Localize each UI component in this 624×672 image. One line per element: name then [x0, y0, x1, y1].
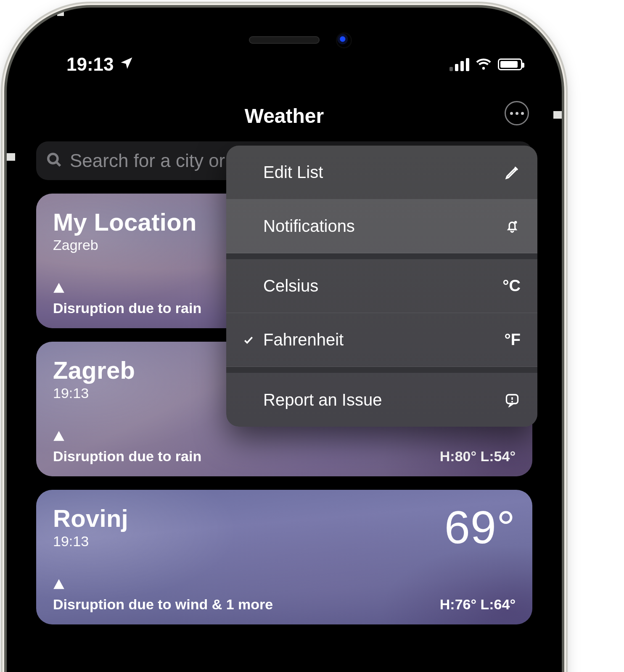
- pencil-icon: [504, 164, 521, 181]
- battery-icon: [498, 58, 522, 70]
- card-title: My Location: [53, 208, 197, 236]
- card-alert-text: Disruption due to wind & 1 more: [53, 596, 273, 613]
- screen: 19:13 Weather: [16, 17, 553, 672]
- menu-label: Celsius: [263, 276, 318, 295]
- check-icon: [243, 330, 256, 349]
- alert-icon: [53, 576, 273, 593]
- search-icon: [46, 152, 62, 170]
- speaker-grille: [249, 36, 320, 44]
- card-subtitle: 19:13: [53, 533, 128, 550]
- status-time: 19:13: [66, 54, 114, 75]
- location-arrow-icon: [119, 54, 134, 75]
- card-title: Zagreb: [53, 356, 135, 384]
- front-camera: [337, 34, 351, 47]
- nav-header: Weather: [16, 104, 553, 127]
- menu-celsius[interactable]: Celsius °C: [226, 259, 537, 313]
- card-alert-text: Disruption due to rain: [53, 448, 201, 465]
- menu-fahrenheit[interactable]: Fahrenheit °F: [226, 313, 537, 367]
- antenna-band: [534, 8, 541, 16]
- card-subtitle: 19:13: [53, 385, 135, 401]
- card-high-low: H:76° L:64°: [440, 596, 516, 613]
- alert-icon: [53, 428, 201, 445]
- menu-label: Edit List: [263, 163, 323, 182]
- card-alert-text: Disruption due to rain: [53, 300, 201, 316]
- card-temp: 69°: [444, 504, 516, 550]
- antenna-band: [7, 153, 15, 161]
- card-title: Rovinj: [53, 504, 128, 532]
- card-high-low: H:80° L:54°: [440, 448, 516, 465]
- alert-icon: [53, 280, 201, 297]
- bell-icon: [504, 218, 521, 235]
- svg-point-5: [511, 401, 513, 403]
- menu-notifications[interactable]: Notifications: [226, 199, 537, 253]
- cellular-signal-icon: [449, 58, 469, 71]
- menu-label: Report an Issue: [263, 390, 382, 409]
- page-title: Weather: [245, 105, 324, 127]
- options-menu: Edit List Notifications Celsius °C Fahre…: [226, 146, 537, 427]
- status-bar: 19:13: [16, 54, 553, 75]
- menu-label: Notifications: [263, 217, 355, 236]
- menu-separator: [226, 367, 537, 373]
- weather-card-rovinj[interactable]: Rovinj 19:13 69° Disruption due to wind …: [36, 490, 532, 624]
- menu-label: Fahrenheit: [263, 330, 344, 349]
- phone-frame: 19:13 Weather: [7, 8, 562, 672]
- fahrenheit-symbol: °F: [505, 331, 521, 349]
- antenna-band: [553, 111, 562, 119]
- svg-line-1: [56, 162, 61, 166]
- menu-separator: [226, 253, 537, 259]
- report-icon: [504, 391, 521, 408]
- svg-point-2: [514, 220, 517, 223]
- menu-report-issue[interactable]: Report an Issue: [226, 373, 537, 427]
- menu-edit-list[interactable]: Edit List: [226, 146, 537, 199]
- wifi-icon: [475, 57, 492, 72]
- antenna-band: [57, 8, 64, 16]
- card-subtitle: Zagreb: [53, 237, 197, 253]
- more-options-button[interactable]: [505, 101, 529, 125]
- celsius-symbol: °C: [502, 277, 521, 295]
- svg-point-0: [48, 154, 58, 163]
- ellipsis-icon: [510, 112, 524, 115]
